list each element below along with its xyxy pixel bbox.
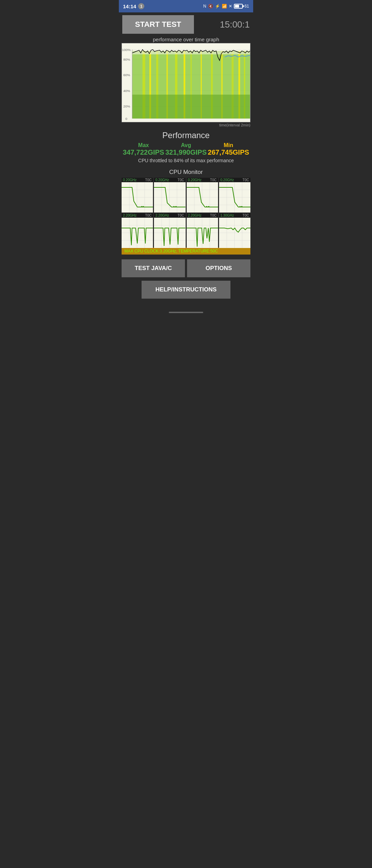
performance-title: Performance (122, 131, 250, 140)
svg-text:40%: 40% (123, 89, 130, 93)
cpu-core-1: 0.20GHz T0C (122, 178, 153, 212)
throttle-text: CPU throttled to 84% of its max performa… (122, 158, 250, 163)
wifi-icon: 📶 (222, 4, 227, 9)
perf-min-value: 267,745GIPS (208, 148, 249, 156)
battery-icon (234, 4, 243, 9)
start-test-button[interactable]: START TEST (122, 15, 194, 34)
cpu-core-3: 0.20GHz T0C (187, 178, 218, 212)
nfc-icon: N (203, 4, 206, 9)
perf-max-value: 347,722GIPS (123, 148, 164, 156)
battery-percent: 61 (245, 4, 249, 9)
graph-title: performance over time graph (122, 37, 250, 42)
graph-time-label: time(interval 2min) (122, 123, 250, 127)
cpu-core-8-freq: 1.30GHz (220, 214, 234, 217)
perf-stats: Max 347,722GIPS Avg 321,990GIPS Min 267,… (122, 142, 250, 156)
status-time: 14:14 (123, 3, 136, 9)
cpu-core-1-graph (122, 182, 153, 213)
max-cpu-text: MAX CPU CLOCK:3.20GHz, TEMPERATURE:50C (124, 249, 218, 254)
perf-avg-value: 321,990GIPS (165, 148, 207, 156)
cpu-core-4-temp: T0C (242, 178, 249, 182)
cpu-core-4-freq: 0.20GHz (220, 178, 234, 182)
cpu-core-8: 1.30GHz T0C (219, 213, 250, 248)
bottom-buttons-row: TEST JAVA/C OPTIONS (119, 256, 253, 279)
svg-text:80%: 80% (123, 58, 130, 61)
timer-display: 15:00:1 (197, 19, 250, 30)
cpu-core-5-temp: T0C (145, 214, 152, 217)
home-indicator (119, 309, 253, 316)
cpu-core-3-freq: 0.20GHz (188, 178, 202, 182)
bluetooth-icon: ⚡ (215, 4, 220, 9)
perf-stat-avg: Avg 321,990GIPS (165, 142, 207, 156)
cpu-core-4: 0.20GHz T0C (219, 178, 250, 212)
svg-text:60%: 60% (123, 73, 130, 77)
cpu-core-6-graph (154, 218, 185, 248)
options-button[interactable]: OPTIONS (187, 259, 250, 277)
cpu-core-8-temp: T0C (242, 214, 249, 217)
perf-stat-max: Max 347,722GIPS (123, 142, 164, 156)
graph-section: performance over time graph 100% 80% 60%… (119, 37, 253, 128)
cpu-core-6-freq: 2.20GHz (155, 214, 169, 217)
svg-rect-27 (132, 95, 250, 118)
home-bar (169, 312, 203, 313)
performance-section: Performance Max 347,722GIPS Avg 321,990G… (119, 128, 253, 165)
cpu-core-5: 2.20GHz T0C (122, 213, 153, 248)
cpu-core-2-freq: 0.20GHz (155, 178, 169, 182)
svg-text:100%: 100% (122, 48, 131, 52)
cpu-core-8-graph (219, 218, 250, 248)
perf-max-label: Max (138, 142, 149, 148)
perf-min-label: Min (224, 142, 234, 148)
cpu-core-6: 2.20GHz T0C (154, 213, 185, 248)
cpu-core-1-freq: 0.20GHz (123, 178, 136, 182)
status-right: N 🔇 ⚡ 📶 ✕ 61 (203, 4, 249, 9)
cpu-grid: 0.20GHz T0C 0.20GHz T0C (122, 178, 250, 248)
cpu-monitor-section: CPU Monitor 0.20GHz T0C (119, 165, 253, 256)
svg-text:0: 0 (125, 117, 127, 121)
cpu-core-2-graph (154, 182, 185, 213)
cpu-core-5-freq: 2.20GHz (123, 214, 136, 217)
performance-graph: 100% 80% 60% 40% 20% 0 (122, 43, 250, 122)
status-left: 14:14 1 (123, 3, 144, 9)
perf-stat-min: Min 267,745GIPS (208, 142, 249, 156)
cpu-core-4-graph (219, 182, 250, 213)
test-java-c-button[interactable]: TEST JAVA/C (122, 259, 185, 277)
top-buttons-row: START TEST 15:00:1 (119, 12, 253, 37)
cpu-core-2: 0.20GHz T0C (154, 178, 185, 212)
cpu-core-5-graph (122, 218, 153, 248)
graph-container: 100% 80% 60% 40% 20% 0 (122, 43, 250, 122)
cpu-core-7: 2.20GHz T0C (187, 213, 218, 248)
cpu-core-7-graph (187, 218, 218, 248)
cpu-core-6-temp: T0C (178, 214, 184, 217)
perf-avg-label: Avg (181, 142, 191, 148)
cpu-core-2-temp: T0C (178, 178, 184, 182)
cpu-core-3-temp: T0C (210, 178, 217, 182)
svg-text:20%: 20% (123, 104, 130, 108)
battery-fill (235, 5, 239, 8)
help-instructions-button[interactable]: HELP/INSTRUCTIONS (142, 281, 230, 299)
sim-icon: ✕ (229, 4, 232, 9)
mute-icon: 🔇 (208, 4, 213, 9)
status-bar: 14:14 1 N 🔇 ⚡ 📶 ✕ 61 (119, 0, 253, 12)
help-btn-row: HELP/INSTRUCTIONS (119, 279, 253, 302)
cpu-core-7-temp: T0C (210, 214, 217, 217)
cpu-monitor-title: CPU Monitor (122, 169, 250, 176)
cpu-core-1-temp: T0C (145, 178, 152, 182)
cpu-core-7-freq: 2.20GHz (188, 214, 202, 217)
cpu-core-3-graph (187, 182, 218, 213)
notification-badge: 1 (138, 3, 144, 9)
